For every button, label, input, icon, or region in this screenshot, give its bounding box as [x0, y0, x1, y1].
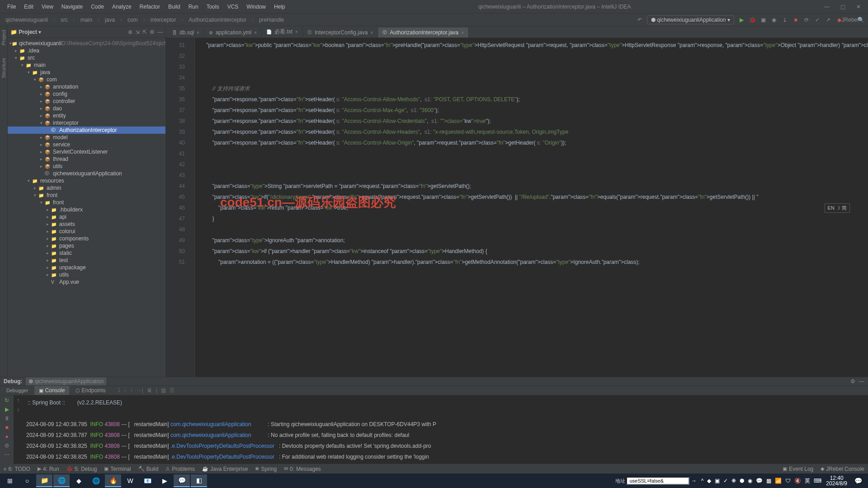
spring-tab[interactable]: ❀ Spring	[255, 466, 277, 472]
resume-icon[interactable]: ▶	[5, 406, 9, 413]
run-icon[interactable]: ▶	[738, 16, 745, 23]
jrebel2-icon[interactable]: JRebel	[846, 16, 854, 23]
maximize-button[interactable]: ▢	[837, 2, 849, 12]
tree-node[interactable]: ▸📦utils	[8, 163, 165, 170]
tool-structure[interactable]: Structure	[0, 56, 7, 80]
git-update-icon[interactable]: ⟳	[803, 16, 810, 23]
rerun-icon[interactable]: ↻	[5, 397, 9, 404]
tree-node[interactable]: ▸📦annotation	[8, 83, 165, 90]
pause-icon[interactable]: ⏸	[4, 415, 9, 422]
tree-node[interactable]: ▸📁static	[8, 249, 165, 257]
console-tab[interactable]: ▣ Console	[34, 386, 69, 395]
tree-node[interactable]: ▸📁.idea	[8, 47, 165, 54]
tree-node[interactable]: ⒸqicheweixiuguanliApplication	[8, 170, 165, 177]
menu-navigate[interactable]: Navigate	[58, 2, 86, 12]
edge-icon[interactable]: 🌐	[88, 474, 104, 487]
tree-node[interactable]: ▸📁components	[8, 235, 165, 242]
tree-node[interactable]: ▾📁resources	[8, 177, 165, 184]
project-tree[interactable]: ▾📁qicheweixiuguanli D:\ReleaseComp\24-08…	[8, 38, 165, 377]
console-output[interactable]: :: Spring Boot :: (v2.2.2.RELEASE) 2024-…	[23, 395, 868, 464]
coverage-icon[interactable]: ▣	[760, 16, 767, 23]
tree-node[interactable]: ▸📁pages	[8, 242, 165, 249]
tree-node[interactable]: ▾📦interceptor	[8, 119, 165, 127]
tray-volume-icon[interactable]: 🔇	[794, 478, 801, 484]
mute-bp-icon[interactable]: ⊘	[5, 442, 9, 449]
tray-icon[interactable]: ▣	[715, 478, 720, 484]
tray-icon[interactable]: ◆	[707, 478, 711, 484]
git-push-icon[interactable]: ↗	[825, 16, 832, 23]
wps-icon[interactable]: W	[122, 474, 138, 487]
taskbar-clock[interactable]: 12:402024/8/9	[826, 475, 847, 486]
address-input[interactable]	[626, 477, 689, 485]
javaee-tab[interactable]: ☕ Java Enterprise	[202, 466, 248, 472]
endpoints-tab[interactable]: ⬡ Endpoints	[71, 386, 110, 395]
menu-run[interactable]: Run	[185, 2, 202, 12]
crumb[interactable]: src	[59, 16, 70, 24]
menu-code[interactable]: Code	[87, 2, 108, 12]
crumb[interactable]: interceptor	[149, 16, 178, 24]
more-icon[interactable]: ⋯	[4, 451, 9, 458]
debug-hide-icon[interactable]: —	[859, 378, 864, 385]
debug-app-tab[interactable]: ⬢ qicheweixiuguanliApplication	[26, 377, 106, 385]
tree-node[interactable]: ▸📦controller	[8, 98, 165, 105]
layout-icon[interactable]: ▦	[161, 387, 166, 394]
tray-icon[interactable]: 📶	[775, 478, 782, 484]
back-icon[interactable]: ↶	[636, 16, 643, 23]
editor-tab[interactable]: ⒸInterceptorConfig.java×	[303, 28, 378, 38]
run-tab[interactable]: ▶ 4:Run	[38, 466, 59, 472]
chrome-icon[interactable]: 🌐	[53, 474, 70, 487]
search-icon[interactable]: 🔍	[857, 16, 864, 23]
tray-icon[interactable]: ⬢	[740, 478, 744, 484]
cortana-icon[interactable]: ○	[19, 474, 35, 487]
wechat-icon[interactable]: 💬	[174, 474, 190, 487]
crumb[interactable]: com	[126, 16, 140, 24]
tree-node[interactable]: ▸📁assets	[8, 221, 165, 228]
step-over-icon[interactable]: ⤵	[118, 387, 120, 394]
layout2-icon[interactable]: ☰	[170, 387, 175, 394]
tray-icon[interactable]: ✓	[723, 478, 728, 484]
crumb[interactable]: qicheweixiuguanli	[4, 16, 50, 24]
crumb[interactable]: preHandle	[257, 16, 286, 24]
menu-tools[interactable]: Tools	[203, 2, 223, 12]
run-cursor-icon[interactable]: →|	[137, 387, 143, 394]
fold-bar[interactable]	[189, 38, 195, 377]
start-button[interactable]: ⊞	[2, 474, 18, 487]
tree-node[interactable]: VApp.vue	[8, 278, 165, 286]
tree-node[interactable]: ▸📁test	[8, 257, 165, 264]
crumb[interactable]: AuthorizationInterceptor	[187, 16, 248, 24]
stop2-icon[interactable]: ■	[5, 424, 8, 431]
view-bp-icon[interactable]: ●	[5, 433, 8, 440]
project-view-dropdown[interactable]: 📁 Project ▾	[10, 29, 41, 35]
menu-help[interactable]: Help	[270, 2, 289, 12]
tree-node[interactable]: ▸📁admin	[8, 184, 165, 192]
app2-icon[interactable]: 🔥	[105, 474, 121, 487]
editor-tab[interactable]: ⒸAuthorizationInterceptor.java×	[378, 28, 469, 38]
build-tab[interactable]: 🔨 Build	[138, 466, 159, 472]
idea-icon[interactable]: ◧	[191, 474, 207, 487]
menu-vcs[interactable]: VCS	[224, 2, 242, 12]
tray-lang[interactable]: 英	[805, 477, 810, 485]
stop-icon[interactable]: ■	[792, 16, 799, 23]
tree-node[interactable]: ▸📁.hbuilderx	[8, 206, 165, 213]
menu-refactor[interactable]: Refactor	[136, 2, 164, 12]
todo-tab[interactable]: ≡ 6:TODO	[4, 466, 30, 472]
debugger-tab[interactable]: Debugger	[2, 386, 33, 394]
menu-analyze[interactable]: Analyze	[108, 2, 135, 12]
hide-icon[interactable]: —	[157, 29, 163, 35]
select-opened-icon[interactable]: ⊕	[128, 29, 132, 35]
tree-node[interactable]: ▾📁front	[8, 192, 165, 199]
problems-tab[interactable]: ⚠ Problems	[165, 466, 195, 472]
expand-all-icon[interactable]: ⇲	[135, 29, 140, 35]
tree-node[interactable]: ▸📦ServletContextListener	[8, 148, 165, 155]
tree-node[interactable]: ▾📁src	[8, 54, 165, 61]
crumb[interactable]: java	[103, 16, 117, 24]
tray-icon[interactable]: ❋	[731, 478, 736, 484]
tree-node[interactable]: ▸📦model	[8, 134, 165, 141]
app3-icon[interactable]: 📧	[139, 474, 156, 487]
tree-node[interactable]: ▸📁utils	[8, 271, 165, 278]
event-log-tab[interactable]: ▣ Event Log	[783, 466, 813, 472]
code-text[interactable]: "param">class="kw">public "param">class=…	[195, 38, 868, 377]
close-button[interactable]: ✕	[853, 2, 864, 12]
collapse-all-icon[interactable]: ⇱	[142, 29, 147, 35]
tree-node[interactable]: ▸📦service	[8, 141, 165, 148]
